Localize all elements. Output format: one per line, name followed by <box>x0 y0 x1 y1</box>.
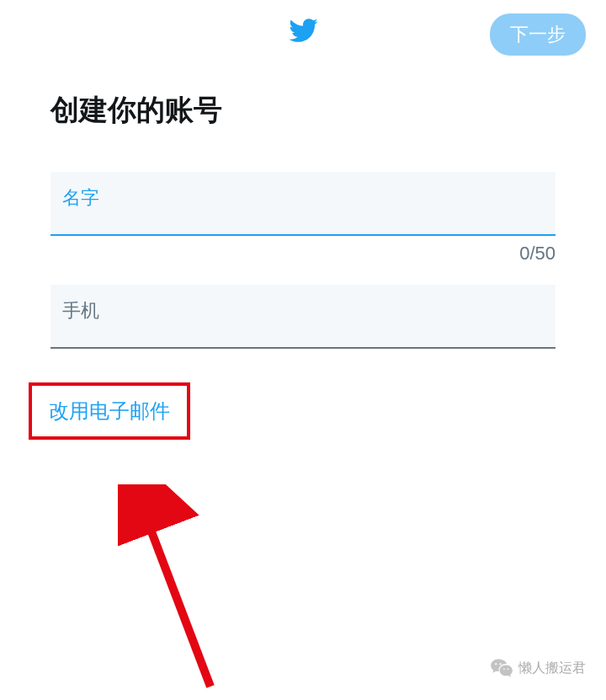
wechat-icon <box>490 656 513 680</box>
phone-input[interactable]: 手机 <box>50 285 556 349</box>
phone-input-label: 手机 <box>62 298 544 323</box>
name-input[interactable]: 名字 <box>50 172 556 236</box>
svg-line-1 <box>143 510 210 687</box>
highlight-annotation-box: 改用电子邮件 <box>29 382 190 440</box>
page-title: 创建你的账号 <box>50 91 556 130</box>
twitter-logo-icon <box>285 15 321 49</box>
annotation-arrow-icon <box>118 484 236 700</box>
name-input-label: 名字 <box>62 185 544 211</box>
watermark: 懒人搬运君 <box>490 656 586 680</box>
watermark-text: 懒人搬运君 <box>518 660 586 677</box>
switch-to-email-link[interactable]: 改用电子邮件 <box>49 399 170 422</box>
next-button[interactable]: 下一步 <box>490 13 586 56</box>
name-input-counter: 0/50 <box>50 243 556 265</box>
